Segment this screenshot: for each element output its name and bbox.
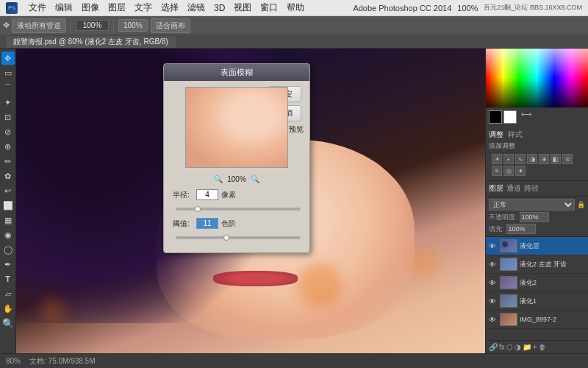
menu-view[interactable]: 视图 [230, 0, 255, 15]
threshold-label: 阈值: [173, 219, 193, 229]
layer-visibility-icon[interactable]: 👁 [489, 261, 498, 269]
zoom-out-icon[interactable]: 🔍 [214, 175, 223, 183]
shape-tool[interactable]: ▱ [1, 287, 15, 300]
blur-tool[interactable]: ◉ [1, 228, 15, 241]
menubar: Ps 文件 编辑 图像 图层 文字 选择 滤镜 3D 视图 窗口 帮助 Adob… [0, 0, 588, 16]
menu-layer[interactable]: 图层 [104, 0, 129, 15]
add-adjust-label: 添加调整 [489, 140, 585, 152]
menu-file[interactable]: 文件 [25, 0, 50, 15]
opacity-label: 不透明度: [489, 213, 517, 222]
clone-tool[interactable]: ✿ [1, 169, 15, 183]
vibrance-icon[interactable]: ✦ [515, 166, 526, 176]
gradient-tool[interactable]: ▦ [1, 213, 15, 227]
surface-blur-dialog: 表面模糊 确定 取消 ✓ 预览 🔍 100% 🔍 [163, 63, 310, 253]
foreground-color[interactable] [489, 110, 502, 124]
layer-item[interactable]: 👁 液化1 [486, 292, 588, 311]
paths-tab[interactable]: 路径 [524, 183, 539, 194]
layer-item[interactable]: 👁 液化2 [486, 274, 588, 292]
dodge-tool[interactable]: ◯ [1, 243, 15, 256]
delete-layer-btn[interactable]: 🗑 [539, 343, 546, 351]
zoom-in-icon[interactable]: 🔍 [251, 175, 259, 183]
layer-name: IMG_8997-2 [520, 316, 556, 323]
lasso-tool[interactable]: ⌒ [1, 81, 15, 94]
channelmixer-icon[interactable]: ≡ [492, 166, 502, 176]
menu-select[interactable]: 选择 [157, 0, 182, 15]
threshold-input[interactable] [196, 218, 218, 229]
colorbalance-icon[interactable]: ⊕ [539, 154, 549, 164]
new-adjustment-btn[interactable]: ◑ [514, 343, 521, 351]
eraser-tool[interactable]: ⬜ [1, 199, 15, 212]
menu-help[interactable]: 帮助 [283, 0, 308, 15]
eyedrop-tool[interactable]: ⊘ [1, 125, 15, 138]
new-layer-btn[interactable]: + [533, 343, 537, 351]
layer-info: 液化2 [520, 278, 537, 288]
layer-item[interactable]: 👁 液化层 [486, 237, 588, 255]
menu-text[interactable]: 文字 [131, 0, 156, 15]
styles-tab[interactable]: 样式 [508, 130, 523, 140]
menu-image[interactable]: 图像 [78, 0, 103, 15]
text-tool[interactable]: T [1, 272, 15, 286]
brush-tool[interactable]: ✏ [1, 155, 15, 168]
background-color[interactable] [503, 110, 517, 124]
radius-slider-row [173, 205, 301, 213]
adjustment-icons: ☀ ▪ ∿ ◑ ⊕ ◧ ⊙ ≡ ◎ ✦ [489, 152, 585, 177]
layer-item[interactable]: 👁 液化2 左皮 牙齿 [486, 255, 588, 274]
layer-visibility-icon[interactable]: 👁 [489, 279, 498, 287]
zoom-tool[interactable]: 🔍 [1, 316, 15, 330]
move-tool[interactable]: ✥ [1, 52, 15, 65]
fg-bg-colors: ⟷ [486, 107, 588, 127]
layer-visibility-icon[interactable]: 👁 [489, 242, 498, 250]
fill-screen-btn[interactable]: 适合画布 [151, 18, 190, 33]
brightness-icon[interactable]: ☀ [492, 154, 502, 164]
channels-tab[interactable]: 通道 [506, 183, 521, 194]
menu-3d[interactable]: 3D [210, 1, 229, 15]
radius-slider[interactable] [176, 208, 301, 210]
add-mask-btn[interactable]: ⬡ [506, 343, 513, 351]
opacity-input[interactable] [520, 212, 549, 222]
threshold-unit: 色阶 [221, 219, 236, 229]
layers-tab[interactable]: 图层 [489, 183, 503, 194]
levels-icon[interactable]: ▪ [503, 154, 514, 164]
active-tab[interactable]: 靓警海报.psd @ 80% (液化2 左皮 牙齿, RGB/8) [6, 36, 176, 48]
layer-name: 液化2 左皮 牙齿 [520, 260, 567, 269]
link-layers-btn[interactable]: 🔗 [489, 343, 498, 351]
layer-visibility-icon[interactable]: 👁 [489, 297, 498, 305]
bw-icon[interactable]: ◧ [551, 154, 561, 164]
menu-window[interactable]: 窗口 [257, 0, 282, 15]
adjust-tab[interactable]: 调整 [489, 130, 503, 140]
menu-edit[interactable]: 编辑 [51, 0, 76, 15]
threshold-thumb[interactable] [223, 235, 229, 241]
history-brush[interactable]: ↩ [1, 184, 15, 197]
zoom-input[interactable] [76, 20, 109, 31]
new-group-btn[interactable]: 📁 [523, 343, 531, 351]
hand-tool[interactable]: ✋ [1, 302, 15, 315]
magic-wand-tool[interactable]: ✦ [1, 96, 15, 109]
forum-text: 百元21翻_论坛 BBS.16XX8.COM [484, 3, 582, 13]
layer-name: 液化1 [520, 297, 537, 306]
threshold-slider[interactable] [176, 236, 301, 239]
layer-item[interactable]: 👁 IMG_8997-2 [486, 311, 588, 329]
layer-visibility-icon[interactable]: 👁 [489, 316, 498, 324]
crop-tool[interactable]: ⊡ [1, 110, 15, 124]
hue-sat-icon[interactable]: ◑ [527, 154, 537, 164]
exposure-icon[interactable]: ◎ [503, 166, 514, 176]
radius-input[interactable] [196, 189, 218, 200]
threshold-slider-row [173, 233, 301, 242]
fit-canvas-btn[interactable]: 100% [118, 19, 148, 32]
spot-heal-tool[interactable]: ⊕ [1, 140, 15, 153]
photofilter-icon[interactable]: ⊙ [562, 154, 573, 164]
blend-mode-select[interactable]: 正常 [489, 199, 575, 210]
toolbar-separator2 [113, 19, 114, 32]
add-style-btn[interactable]: fx [499, 343, 505, 351]
radius-thumb[interactable] [195, 206, 201, 212]
layer-thumbnail [500, 294, 517, 308]
layer-name: 液化2 [520, 278, 537, 288]
fill-row: 填充: [489, 224, 585, 234]
curves-icon[interactable]: ∿ [515, 154, 526, 164]
layer-info: 液化2 左皮 牙齿 [520, 260, 567, 269]
fill-input[interactable] [506, 224, 536, 234]
menu-filter[interactable]: 滤镜 [184, 0, 209, 15]
liquify-all-pipes-btn[interactable]: 液动所有管道 [12, 18, 66, 33]
select-rect-tool[interactable]: ▭ [1, 66, 15, 79]
pen-tool[interactable]: ✒ [1, 258, 15, 271]
